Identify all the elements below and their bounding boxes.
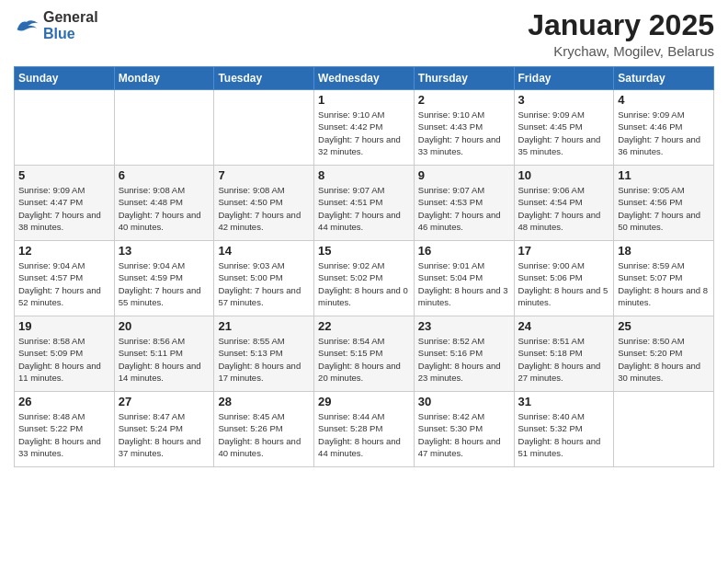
table-row: 11Sunrise: 9:05 AM Sunset: 4:56 PM Dayli… — [614, 166, 714, 241]
table-row: 26Sunrise: 8:48 AM Sunset: 5:22 PM Dayli… — [15, 392, 115, 467]
logo-general: General — [43, 9, 98, 25]
table-row: 6Sunrise: 9:08 AM Sunset: 4:48 PM Daylig… — [114, 166, 214, 241]
day-number: 16 — [418, 244, 510, 258]
col-tuesday: Tuesday — [214, 67, 314, 90]
day-detail: Sunrise: 8:56 AM Sunset: 5:11 PM Dayligh… — [119, 335, 210, 384]
day-detail: Sunrise: 8:45 AM Sunset: 5:26 PM Dayligh… — [218, 410, 310, 459]
table-row: 7Sunrise: 9:08 AM Sunset: 4:50 PM Daylig… — [214, 166, 314, 241]
day-number: 30 — [418, 395, 510, 408]
day-detail: Sunrise: 8:42 AM Sunset: 5:30 PM Dayligh… — [418, 410, 510, 459]
day-number: 25 — [618, 319, 710, 333]
day-number: 23 — [418, 319, 510, 333]
day-number: 1 — [318, 93, 410, 107]
table-row — [15, 90, 115, 166]
table-row: 4Sunrise: 9:09 AM Sunset: 4:46 PM Daylig… — [614, 90, 714, 166]
day-detail: Sunrise: 9:02 AM Sunset: 5:02 PM Dayligh… — [318, 259, 410, 308]
table-row: 15Sunrise: 9:02 AM Sunset: 5:02 PM Dayli… — [314, 241, 415, 316]
day-number: 3 — [518, 93, 610, 107]
col-saturday: Saturday — [614, 67, 714, 90]
table-row: 29Sunrise: 8:44 AM Sunset: 5:28 PM Dayli… — [314, 392, 415, 467]
day-detail: Sunrise: 9:03 AM Sunset: 5:00 PM Dayligh… — [218, 259, 310, 308]
table-row: 14Sunrise: 9:03 AM Sunset: 5:00 PM Dayli… — [214, 241, 314, 316]
day-detail: Sunrise: 9:09 AM Sunset: 4:47 PM Dayligh… — [18, 184, 110, 233]
table-row: 5Sunrise: 9:09 AM Sunset: 4:47 PM Daylig… — [15, 166, 115, 241]
day-number: 26 — [18, 395, 110, 408]
logo-icon — [14, 17, 40, 35]
day-detail: Sunrise: 8:59 AM Sunset: 5:07 PM Dayligh… — [618, 259, 710, 308]
day-number: 21 — [218, 319, 310, 333]
logo: General Blue — [14, 9, 98, 42]
table-row: 24Sunrise: 8:51 AM Sunset: 5:18 PM Dayli… — [514, 316, 614, 392]
table-row: 25Sunrise: 8:50 AM Sunset: 5:20 PM Dayli… — [614, 316, 714, 392]
day-number: 11 — [618, 168, 710, 182]
day-number: 7 — [218, 168, 310, 182]
day-detail: Sunrise: 8:51 AM Sunset: 5:18 PM Dayligh… — [518, 335, 610, 384]
month-title: January 2025 — [528, 9, 714, 41]
day-number: 6 — [119, 168, 210, 182]
day-number: 27 — [119, 395, 210, 408]
col-thursday: Thursday — [414, 67, 514, 90]
calendar-week-row: 26Sunrise: 8:48 AM Sunset: 5:22 PM Dayli… — [15, 392, 714, 467]
day-number: 13 — [119, 244, 210, 258]
table-row: 9Sunrise: 9:07 AM Sunset: 4:53 PM Daylig… — [414, 166, 514, 241]
title-block: January 2025 Krychaw, Mogilev, Belarus — [528, 9, 714, 59]
day-detail: Sunrise: 8:50 AM Sunset: 5:20 PM Dayligh… — [618, 335, 710, 384]
calendar-header-row: Sunday Monday Tuesday Wednesday Thursday… — [15, 67, 714, 90]
header: General Blue January 2025 Krychaw, Mogil… — [14, 9, 714, 59]
table-row — [114, 90, 214, 166]
day-detail: Sunrise: 9:05 AM Sunset: 4:56 PM Dayligh… — [618, 184, 710, 233]
day-detail: Sunrise: 9:06 AM Sunset: 4:54 PM Dayligh… — [518, 184, 610, 233]
table-row: 10Sunrise: 9:06 AM Sunset: 4:54 PM Dayli… — [514, 166, 614, 241]
table-row: 1Sunrise: 9:10 AM Sunset: 4:42 PM Daylig… — [314, 90, 415, 166]
day-number: 22 — [318, 319, 410, 333]
calendar-week-row: 5Sunrise: 9:09 AM Sunset: 4:47 PM Daylig… — [15, 166, 714, 241]
table-row: 13Sunrise: 9:04 AM Sunset: 4:59 PM Dayli… — [114, 241, 214, 316]
day-detail: Sunrise: 8:58 AM Sunset: 5:09 PM Dayligh… — [18, 335, 110, 384]
day-detail: Sunrise: 9:00 AM Sunset: 5:06 PM Dayligh… — [518, 259, 610, 308]
day-detail: Sunrise: 8:48 AM Sunset: 5:22 PM Dayligh… — [18, 410, 110, 459]
day-detail: Sunrise: 9:08 AM Sunset: 4:48 PM Dayligh… — [119, 184, 210, 233]
day-detail: Sunrise: 8:40 AM Sunset: 5:32 PM Dayligh… — [518, 410, 610, 459]
calendar-table: Sunday Monday Tuesday Wednesday Thursday… — [14, 66, 714, 467]
day-number: 19 — [18, 319, 110, 333]
table-row — [214, 90, 314, 166]
day-detail: Sunrise: 8:47 AM Sunset: 5:24 PM Dayligh… — [119, 410, 210, 459]
col-friday: Friday — [514, 67, 614, 90]
day-number: 28 — [218, 395, 310, 408]
table-row: 19Sunrise: 8:58 AM Sunset: 5:09 PM Dayli… — [15, 316, 115, 392]
col-sunday: Sunday — [15, 67, 115, 90]
day-detail: Sunrise: 9:01 AM Sunset: 5:04 PM Dayligh… — [418, 259, 510, 308]
table-row: 27Sunrise: 8:47 AM Sunset: 5:24 PM Dayli… — [114, 392, 214, 467]
day-number: 20 — [119, 319, 210, 333]
col-monday: Monday — [114, 67, 214, 90]
day-detail: Sunrise: 9:07 AM Sunset: 4:51 PM Dayligh… — [318, 184, 410, 233]
day-number: 17 — [518, 244, 610, 258]
table-row: 17Sunrise: 9:00 AM Sunset: 5:06 PM Dayli… — [514, 241, 614, 316]
day-number: 5 — [18, 168, 110, 182]
day-detail: Sunrise: 9:07 AM Sunset: 4:53 PM Dayligh… — [418, 184, 510, 233]
day-detail: Sunrise: 8:55 AM Sunset: 5:13 PM Dayligh… — [218, 335, 310, 384]
day-detail: Sunrise: 8:44 AM Sunset: 5:28 PM Dayligh… — [318, 410, 410, 459]
day-number: 10 — [518, 168, 610, 182]
table-row: 31Sunrise: 8:40 AM Sunset: 5:32 PM Dayli… — [514, 392, 614, 467]
day-number: 4 — [618, 93, 710, 107]
location: Krychaw, Mogilev, Belarus — [528, 43, 714, 59]
table-row: 12Sunrise: 9:04 AM Sunset: 4:57 PM Dayli… — [15, 241, 115, 316]
table-row: 8Sunrise: 9:07 AM Sunset: 4:51 PM Daylig… — [314, 166, 415, 241]
day-detail: Sunrise: 9:04 AM Sunset: 4:57 PM Dayligh… — [18, 259, 110, 308]
table-row: 22Sunrise: 8:54 AM Sunset: 5:15 PM Dayli… — [314, 316, 415, 392]
logo-blue: Blue — [43, 26, 75, 41]
day-number: 12 — [18, 244, 110, 258]
table-row: 30Sunrise: 8:42 AM Sunset: 5:30 PM Dayli… — [414, 392, 514, 467]
day-number: 9 — [418, 168, 510, 182]
day-detail: Sunrise: 9:04 AM Sunset: 4:59 PM Dayligh… — [119, 259, 210, 308]
day-number: 2 — [418, 93, 510, 107]
calendar-week-row: 19Sunrise: 8:58 AM Sunset: 5:09 PM Dayli… — [15, 316, 714, 392]
page: General Blue January 2025 Krychaw, Mogil… — [0, 0, 728, 563]
day-number: 29 — [318, 395, 410, 408]
day-number: 8 — [318, 168, 410, 182]
table-row: 23Sunrise: 8:52 AM Sunset: 5:16 PM Dayli… — [414, 316, 514, 392]
day-number: 14 — [218, 244, 310, 258]
day-detail: Sunrise: 9:10 AM Sunset: 4:43 PM Dayligh… — [418, 109, 510, 157]
day-detail: Sunrise: 9:08 AM Sunset: 4:50 PM Dayligh… — [218, 184, 310, 233]
